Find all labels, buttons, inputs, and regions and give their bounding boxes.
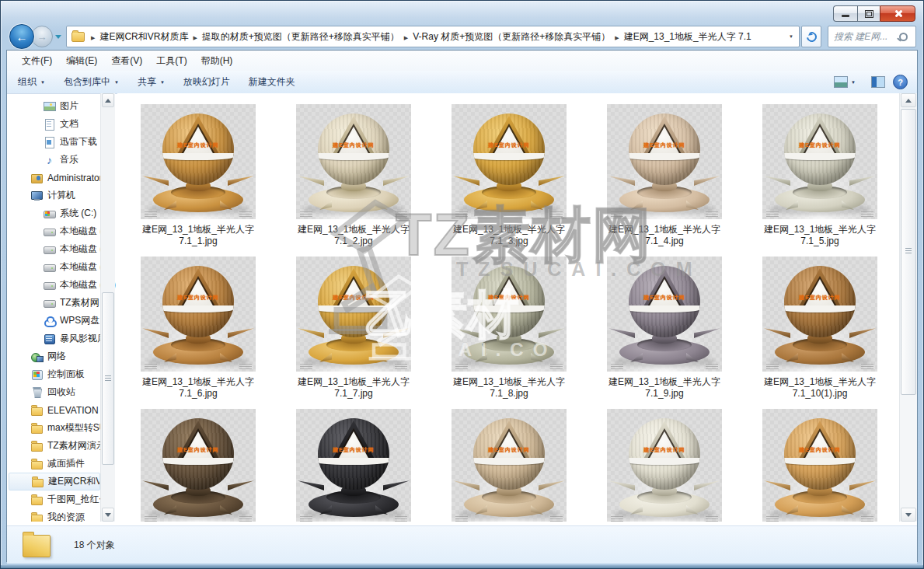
file-name-line1: 建E网_13_1地板_半光人字 [608,224,720,236]
material-sphere: 建E室内设计网 [629,113,700,185]
sidebar-scrollbar[interactable] [100,93,115,522]
triangle-down-icon [905,513,912,517]
toolbar-button-label: 组织 [18,75,37,89]
material-preview-thumbnail[interactable]: 建E室内设计网 [607,409,722,522]
preview-pane-icon[interactable] [871,76,885,88]
file-name-line1: 建E网_13_1地板_半光人字 [142,376,254,388]
file-item[interactable]: 建E室内设计网建E网_13_1地板_半光人字7.1_1.jpg [120,93,276,246]
material-preview-thumbnail[interactable]: 建E室内设计网 [452,409,567,522]
forward-button[interactable]: → [31,26,53,47]
sphere-brand-watermark: 建E室内设计网 [629,141,700,149]
toolbar-button[interactable]: 放映幻灯片 [176,72,238,93]
toolbar-button-label: 新建文件夹 [249,75,295,89]
sphere-band [473,458,545,465]
sphere-band [473,305,545,312]
menu-item[interactable]: 帮助(H) [194,51,240,71]
arrow-right-icon: → [37,31,47,43]
toolbar-button[interactable]: 包含到库中▼ [56,72,127,93]
file-item[interactable]: 建E室内设计网建E网_13_1地板_半光人字7.1_5.jpg [742,93,898,246]
drive-icon [43,260,56,274]
breadcrumb-segment[interactable]: 建E网CR和VR材质库 [99,31,188,42]
scroll-down-button[interactable] [102,508,114,522]
restore-icon [865,10,873,18]
menu-item[interactable]: 编辑(E) [59,51,104,71]
file-list-scrollbar[interactable] [899,93,917,522]
toolbar-button[interactable]: 共享▼ [130,72,173,93]
breadcrumb-segment[interactable]: 提取的材质+预览图（更新路径+移除真实平铺） [202,31,399,42]
minimize-button[interactable] [833,5,857,22]
close-button[interactable] [880,5,915,22]
material-preview-thumbnail[interactable]: 建E室内设计网 [452,257,567,372]
search-input[interactable]: 搜索 建E网... [828,26,916,47]
material-preview-thumbnail[interactable]: 建E室内设计网 [141,104,256,219]
chevron-down-icon: ▼ [851,80,856,85]
toolbar-button[interactable]: 组织▼ [10,72,53,93]
material-preview-thumbnail[interactable]: 建E室内设计网 [607,104,722,219]
help-icon[interactable]: ? [893,75,908,89]
toolbar-button-label: 共享 [138,75,156,89]
file-item[interactable]: 建E室内设计网建E网_13_1地板_半光人字7.1_6.jpg [120,246,276,398]
sidebar-item-label: 减面插件 [47,457,85,470]
history-dropdown-icon[interactable] [55,35,61,39]
material-preview-thumbnail[interactable]: 建E室内设计网 [296,104,411,219]
material-preview-thumbnail[interactable]: 建E室内设计网 [762,257,877,372]
file-name-label: 建E网_13_1地板_半光人字7.1_7.jpg [298,376,410,400]
file-item[interactable]: 建E室内设计网建E网_13_1地板_半光人字7.1_9.jpg [587,246,742,398]
material-preview-thumbnail[interactable]: 建E室内设计网 [762,409,877,522]
toolbar-buttons: 组织▼包含到库中▼共享▼放映幻灯片新建文件夹 [7,72,303,93]
restore-button[interactable] [857,5,880,22]
scroll-up-button[interactable] [102,93,114,107]
file-item[interactable]: 建E室内设计网建E网_13_1地板_半光人字7.1_7.jpg [276,246,431,398]
scrollbar-thumb[interactable] [102,292,114,465]
file-item[interactable]: 建E室内设计网建E网_13_1地板_半光人字7.1_3.jpg [431,93,587,246]
material-preview-thumbnail[interactable]: 建E室内设计网 [141,257,256,372]
file-name-line1: 建E网_13_1地板_半光人字 [453,224,565,236]
material-preview-thumbnail[interactable]: 建E室内设计网 [762,104,877,219]
sidebar-item-label: 建E网CR和VR [48,475,99,488]
toolbar-button[interactable]: 新建文件夹 [241,72,303,93]
views-button[interactable]: ▼ [826,72,863,92]
material-preview-thumbnail[interactable]: 建E室内设计网 [607,257,722,372]
file-item[interactable]: 建E室内设计网 [742,398,898,522]
file-item[interactable]: 建E室内设计网 [120,398,276,522]
file-item[interactable]: 建E室内设计网建E网_13_1地板_半光人字7.1_10(1).jpg [742,246,898,398]
material-sphere: 建E室内设计网 [784,266,856,337]
sidebar-item[interactable]: 建E网CR和VR [9,473,100,490]
address-bar[interactable]: ▶建E网CR和VR材质库▶提取的材质+预览图（更新路径+移除真实平铺）▶V-Ra… [66,26,800,47]
material-preview-thumbnail[interactable]: 建E室内设计网 [452,104,567,219]
menu-item[interactable]: 查看(V) [104,51,149,71]
file-item[interactable]: 建E室内设计网 [431,398,587,522]
chevron-down-icon[interactable]: ▼ [789,34,793,39]
back-button[interactable]: ← [9,24,34,49]
material-preview-thumbnail[interactable]: 建E室内设计网 [141,409,256,522]
menu-item[interactable]: 工具(T) [149,51,194,71]
file-item[interactable]: 建E室内设计网 [587,398,742,522]
breadcrumb-separator-icon: ▶ [91,35,95,40]
sphere-band [318,458,389,465]
file-item[interactable]: 建E室内设计网建E网_13_1地板_半光人字7.1_8.jpg [431,246,587,398]
scroll-down-button[interactable] [901,508,916,522]
breadcrumb-segment[interactable]: 建E网_13_1地板_半光人字 7.1 [624,31,751,42]
sphere-brand-watermark: 建E室内设计网 [784,141,856,149]
file-item[interactable]: 建E室内设计网 [276,398,431,522]
refresh-button[interactable] [801,26,821,47]
material-sphere: 建E室内设计网 [318,266,389,337]
file-item[interactable]: 建E室内设计网建E网_13_1地板_半光人字7.1_2.jpg [276,93,431,246]
triangle-up-icon [105,99,111,103]
file-item[interactable]: 建E室内设计网建E网_13_1地板_半光人字7.1_4.jpg [587,93,742,246]
minimize-icon [842,15,849,17]
corner-mark [611,211,623,217]
material-preview-thumbnail[interactable]: 建E室内设计网 [296,409,411,522]
scroll-up-button[interactable] [901,93,916,107]
chevron-down-icon: ▼ [114,80,119,85]
scrollbar-thumb[interactable] [901,109,916,395]
corner-mark [706,364,718,369]
material-preview-thumbnail[interactable]: 建E室内设计网 [296,257,411,372]
sidebar-item-label: Administrator [47,173,103,183]
menu-item[interactable]: 文件(F) [15,51,59,71]
corner-mark [766,516,779,522]
window-controls [833,5,915,22]
breadcrumb-segment[interactable]: V-Ray 材质+预览图（更新路径+移除真实平铺） [413,31,610,42]
sidebar-item-label: max模型转SU [47,421,106,435]
file-name-line1: 建E网_13_1地板_半光人字 [453,376,565,388]
